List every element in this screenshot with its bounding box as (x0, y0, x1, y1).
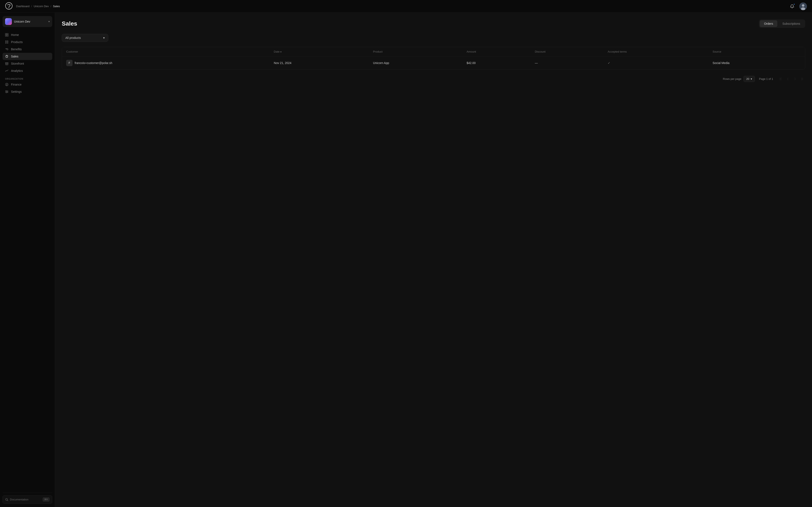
sidebar-item-benefits-label: Benefits (11, 48, 22, 51)
rows-per-page-value: 20 (746, 77, 749, 80)
doc-search-label: Documentation (10, 498, 41, 501)
customer-email: francois+customer@polar.sh (74, 61, 112, 65)
cell-amount: $42.00 (462, 56, 530, 70)
tab-orders[interactable]: Orders (760, 20, 777, 27)
sales-table-container: Customer Date ▾ Product Amount Discount … (62, 47, 805, 70)
org-name: Unicorn Dev (14, 20, 46, 23)
sidebar-item-home-label: Home (11, 33, 19, 37)
sidebar-item-home[interactable]: Home (3, 31, 52, 39)
svg-point-0 (5, 3, 12, 9)
org-avatar (5, 18, 12, 25)
store-icon (5, 62, 8, 65)
sidebar-item-settings-label: Settings (11, 90, 22, 93)
sidebar-item-finance-label: Finance (11, 83, 21, 86)
sidebar: Unicorn Dev ▾ Home (0, 13, 55, 507)
breadcrumb-dashboard[interactable]: Dashboard (16, 5, 30, 8)
sidebar-item-analytics[interactable]: Analytics (3, 67, 52, 74)
svg-rect-8 (7, 35, 8, 36)
product-filter[interactable]: All products ▾ (62, 34, 108, 42)
breadcrumb: Dashboard / Unicorn Dev / Sales (16, 5, 60, 8)
svg-point-12 (7, 43, 8, 44)
col-discount: Discount (530, 47, 604, 56)
svg-line-23 (7, 500, 8, 501)
svg-rect-13 (5, 63, 8, 65)
infinity-icon (5, 48, 8, 51)
sidebar-item-products[interactable]: Products (3, 39, 52, 46)
grid-icon (5, 40, 8, 44)
sidebar-item-analytics-label: Analytics (11, 69, 23, 72)
nav-section-org: ORGANIZATION Finance Settings (3, 76, 52, 95)
content-area: Sales Orders Subscriptions All products … (55, 13, 812, 507)
rows-per-page-label: Rows per page (723, 77, 742, 80)
cell-date: Nov 21, 2024 (270, 56, 369, 70)
svg-rect-5 (5, 34, 7, 35)
sidebar-item-sales-label: Sales (11, 55, 18, 58)
cell-product: Unicorn App (369, 56, 462, 70)
org-section-label: ORGANIZATION (3, 76, 52, 81)
table-body: F francois+customer@polar.sh Nov 21, 202… (62, 56, 805, 70)
cell-source: Social Media (708, 56, 805, 70)
page-last-button[interactable]: ⟩⟩ (799, 76, 805, 82)
svg-point-3 (802, 4, 804, 7)
sidebar-bottom: Documentation ⌘K (3, 493, 52, 504)
bag-icon (5, 55, 8, 58)
page-title: Sales (62, 20, 77, 27)
page-prev-button[interactable]: ⟨ (784, 76, 791, 82)
topbar-right (788, 3, 807, 10)
rows-per-page: Rows per page 20 ▾ (723, 76, 755, 82)
page-header: Sales Orders Subscriptions (62, 19, 805, 28)
notification-button[interactable] (788, 3, 796, 10)
table-row[interactable]: F francois+customer@polar.sh Nov 21, 202… (62, 56, 805, 70)
svg-point-1 (9, 8, 9, 8)
page-nav: ⟨⟨ ⟨ ⟩ ⟩⟩ (777, 76, 805, 82)
page-info: Page 1 of 1 (759, 77, 773, 80)
svg-point-21 (6, 92, 7, 93)
sliders-icon (5, 90, 8, 93)
svg-point-10 (7, 41, 8, 42)
breadcrumb-current: Sales (53, 5, 60, 8)
sales-table: Customer Date ▾ Product Amount Discount … (62, 47, 805, 69)
sidebar-item-storefront[interactable]: Storefront (3, 60, 52, 67)
col-amount: Amount (462, 47, 530, 56)
page-first-button[interactable]: ⟨⟨ (777, 76, 784, 82)
main-layout: Unicorn Dev ▾ Home (0, 13, 812, 507)
search-icon (5, 498, 8, 501)
sidebar-item-finance[interactable]: Finance (3, 81, 52, 88)
rows-select-chevron-icon: ▾ (751, 77, 752, 80)
svg-point-9 (5, 41, 7, 42)
breadcrumb-sep-1: / (31, 5, 32, 8)
topbar: Dashboard / Unicorn Dev / Sales (0, 0, 812, 13)
col-accepted-terms: Accepted terms (604, 47, 708, 56)
user-avatar[interactable] (799, 3, 807, 10)
tab-subscriptions[interactable]: Subscriptions (778, 20, 804, 27)
notification-dot (794, 3, 795, 5)
breadcrumb-org[interactable]: Unicorn Dev (34, 5, 49, 8)
svg-point-20 (7, 91, 8, 92)
sidebar-item-settings[interactable]: Settings (3, 88, 52, 95)
sidebar-item-benefits[interactable]: Benefits (3, 46, 52, 53)
cell-customer: F francois+customer@polar.sh (62, 56, 270, 70)
svg-point-11 (5, 43, 7, 44)
org-selector[interactable]: Unicorn Dev ▾ (3, 16, 52, 27)
logo[interactable] (5, 2, 13, 10)
sidebar-item-sales[interactable]: Sales (3, 53, 52, 60)
cell-accepted-terms: ✓ (604, 56, 708, 70)
dollar-icon (5, 83, 8, 86)
chart-icon (5, 69, 8, 72)
pagination-row: Rows per page 20 ▾ Page 1 of 1 ⟨⟨ ⟨ ⟩ ⟩⟩ (62, 75, 805, 83)
page-next-button[interactable]: ⟩ (792, 76, 798, 82)
sidebar-item-products-label: Products (11, 40, 22, 44)
svg-rect-6 (7, 34, 8, 35)
filter-select-text: All products (65, 36, 101, 40)
filter-row: All products ▾ (62, 34, 805, 42)
doc-search[interactable]: Documentation ⌘K (3, 495, 52, 504)
col-date[interactable]: Date ▾ (270, 47, 369, 56)
col-source: Source (708, 47, 805, 56)
sidebar-item-storefront-label: Storefront (11, 62, 24, 65)
svg-point-19 (6, 91, 7, 91)
rows-per-page-select[interactable]: 20 ▾ (744, 76, 755, 82)
col-customer: Customer (62, 47, 270, 56)
filter-chevron-icon: ▾ (103, 36, 105, 40)
sort-icon: ▾ (281, 51, 282, 53)
breadcrumb-sep-2: / (51, 5, 51, 8)
